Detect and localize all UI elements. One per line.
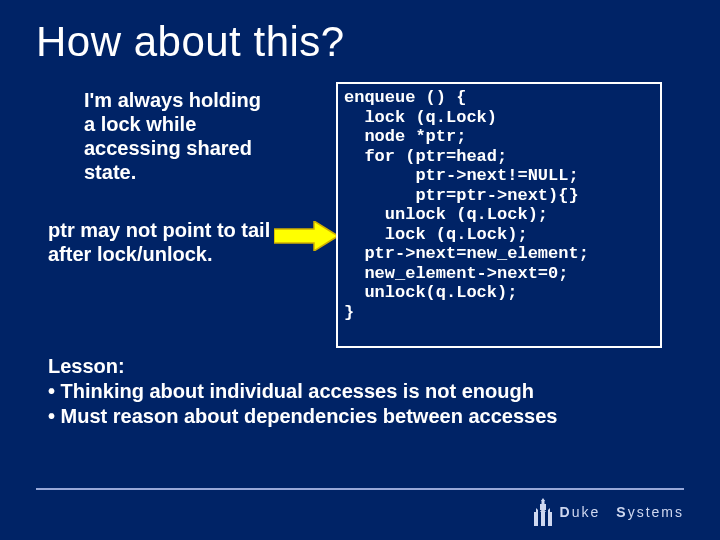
footer-divider: [36, 488, 684, 490]
commentary-ptr-stale: ptr may not point to tail after lock/unl…: [48, 218, 278, 266]
svg-marker-2: [541, 498, 545, 501]
lesson-bullet-1: • Thinking about individual accesses is …: [48, 379, 668, 404]
lesson-block: Lesson: • Thinking about individual acce…: [48, 354, 668, 429]
code-box: enqueue () { lock (q.Lock) node *ptr; fo…: [336, 82, 662, 348]
svg-marker-8: [548, 508, 550, 512]
slide: How about this? I'm always holding a loc…: [0, 0, 720, 540]
arrow-icon: [274, 221, 338, 251]
svg-marker-7: [536, 508, 538, 512]
footer-logo: Duke Systems: [532, 498, 684, 526]
svg-rect-6: [548, 512, 552, 526]
svg-marker-0: [274, 221, 338, 251]
svg-rect-4: [534, 512, 538, 526]
footer-brand-text: Duke Systems: [560, 504, 684, 520]
code-listing: enqueue () { lock (q.Lock) node *ptr; fo…: [344, 88, 654, 323]
lesson-heading: Lesson:: [48, 355, 125, 377]
svg-rect-5: [541, 512, 545, 526]
slide-title: How about this?: [36, 18, 684, 66]
commentary-lock-holding: I'm always holding a lock while accessin…: [84, 88, 274, 184]
chapel-icon: [532, 498, 554, 526]
lesson-bullet-2: • Must reason about dependencies between…: [48, 404, 668, 429]
